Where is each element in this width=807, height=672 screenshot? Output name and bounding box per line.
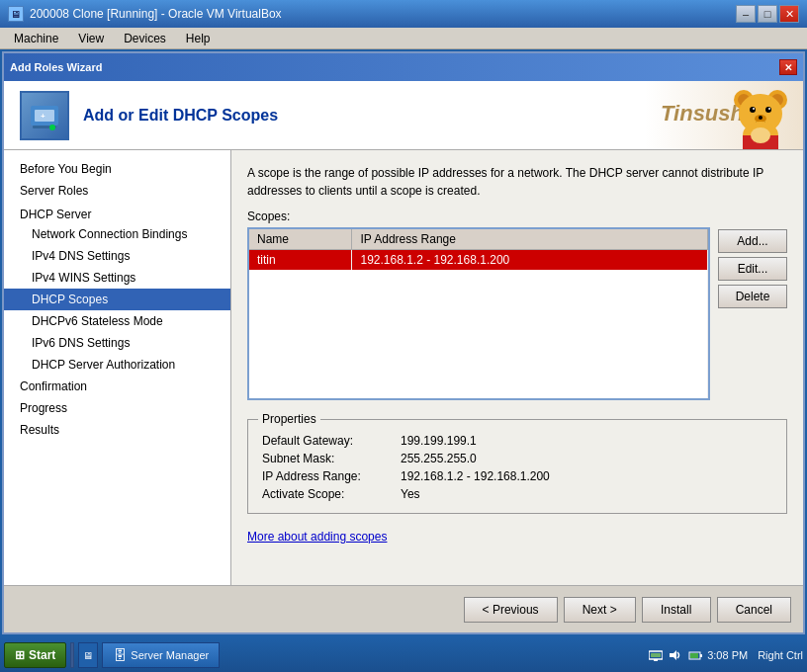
nav-dhcp-server-authorization[interactable]: DHCP Server Authorization: [4, 354, 230, 376]
title-bar: 🖥 200008 Clone [Running] - Oracle VM Vir…: [0, 0, 807, 28]
battery-icon: [687, 647, 703, 663]
wizard-header-icon: +: [20, 91, 69, 140]
server-manager-icon: 🗄: [113, 647, 127, 663]
maximize-button[interactable]: □: [758, 5, 777, 23]
activate-scope-label: Activate Scope:: [258, 485, 397, 503]
network-icon: [648, 647, 664, 663]
content-description: A scope is the range of possible IP addr…: [247, 164, 787, 200]
nav-dhcpv6-stateless-mode[interactable]: DHCPv6 Stateless Mode: [4, 310, 230, 332]
wizard-footer: < Previous Next > Install Cancel: [4, 585, 803, 632]
menu-bar: Machine View Devices Help: [0, 28, 807, 49]
wizard-title-bar: Add Roles Wizard ✕: [4, 53, 803, 81]
scopes-table-wrap: Name IP Address Range titin 192.168.1.2 …: [247, 227, 710, 400]
nav-dhcp-scopes[interactable]: DHCP Scopes: [4, 289, 230, 310]
menu-help[interactable]: Help: [176, 30, 221, 47]
svg-rect-22: [654, 659, 658, 661]
prop-row-activate: Activate Scope: Yes: [258, 485, 776, 503]
bear-decoration: [645, 81, 803, 150]
svg-marker-23: [670, 650, 676, 660]
volume-icon: [668, 647, 683, 663]
wizard-content: A scope is the range of possible IP addr…: [231, 150, 803, 585]
default-gateway-label: Default Gateway:: [258, 432, 397, 450]
svg-point-11: [765, 107, 771, 113]
svg-point-10: [750, 107, 756, 113]
svg-rect-26: [690, 653, 698, 658]
svg-text:+: +: [41, 112, 45, 121]
scope-name: titin: [249, 250, 352, 271]
ip-range-value: 192.168.1.2 - 192.168.1.200: [397, 467, 776, 485]
scopes-label: Scopes:: [247, 210, 787, 223]
start-label: Start: [29, 648, 55, 662]
svg-rect-25: [700, 654, 702, 657]
wizard-close-button[interactable]: ✕: [779, 59, 797, 75]
window-title: 200008 Clone [Running] - Oracle VM Virtu…: [30, 7, 282, 21]
table-empty-row: [249, 270, 708, 398]
edit-button[interactable]: Edit...: [718, 257, 787, 281]
svg-point-15: [759, 116, 762, 120]
subnet-mask-label: Subnet Mask:: [258, 450, 397, 467]
nav-results[interactable]: Results: [4, 419, 230, 441]
taskbar: ⊞ Start 🖥 🗄 Server Manager: [0, 638, 807, 672]
wizard-header: + Add or Edit DHCP Scopes Tinsush: [4, 81, 803, 150]
properties-legend: Properties: [258, 412, 320, 426]
wizard-nav: Before You Begin Server Roles DHCP Serve…: [4, 150, 231, 585]
table-row[interactable]: titin 192.168.1.2 - 192.168.1.200: [249, 250, 708, 271]
scopes-container: Name IP Address Range titin 192.168.1.2 …: [247, 227, 787, 400]
default-gateway-value: 199.199.199.1: [397, 432, 776, 450]
svg-point-13: [768, 108, 770, 110]
taskbar-window-server-manager[interactable]: 🗄 Server Manager: [102, 642, 220, 668]
menu-devices[interactable]: Devices: [114, 30, 176, 47]
activate-scope-value: Yes: [397, 485, 776, 503]
properties-table: Default Gateway: 199.199.199.1 Subnet Ma…: [258, 432, 776, 503]
server-manager-label: Server Manager: [131, 649, 209, 661]
prop-row-ip-range: IP Address Range: 192.168.1.2 - 192.168.…: [258, 467, 776, 485]
svg-point-3: [49, 125, 55, 130]
wizard-body: Before You Begin Server Roles DHCP Serve…: [4, 150, 803, 585]
side-buttons: Add... Edit... Delete: [718, 227, 787, 400]
nav-before-you-begin[interactable]: Before You Begin: [4, 158, 230, 180]
minimize-button[interactable]: –: [736, 5, 756, 23]
scopes-table: Name IP Address Range titin 192.168.1.2 …: [249, 229, 708, 398]
ip-range-label: IP Address Range:: [258, 467, 397, 485]
app-icon: 🖥: [8, 6, 24, 22]
close-button[interactable]: ✕: [779, 5, 799, 23]
start-button[interactable]: ⊞ Start: [4, 642, 66, 668]
more-link[interactable]: More about adding scopes: [247, 530, 787, 544]
col-header-name: Name: [249, 229, 352, 250]
properties-group: Properties Default Gateway: 199.199.199.…: [247, 412, 787, 514]
right-ctrl-label: Right Ctrl: [758, 649, 803, 661]
wizard-title: Add Roles Wizard: [10, 61, 102, 73]
nav-network-connection-bindings[interactable]: Network Connection Bindings: [4, 223, 230, 245]
menu-view[interactable]: View: [68, 30, 114, 47]
next-button[interactable]: Next >: [564, 597, 636, 623]
nav-ipv6-dns-settings[interactable]: IPv6 DNS Settings: [4, 332, 230, 354]
start-icon: ⊞: [15, 648, 25, 662]
prop-row-subnet: Subnet Mask: 255.255.255.0: [258, 450, 776, 467]
previous-button[interactable]: < Previous: [464, 597, 558, 623]
wizard-header-title: Add or Edit DHCP Scopes: [83, 107, 278, 125]
nav-ipv4-wins-settings[interactable]: IPv4 WINS Settings: [4, 267, 230, 289]
col-header-ip-range: IP Address Range: [352, 229, 708, 250]
svg-rect-21: [651, 653, 661, 657]
taskbar-small-icon: 🖥: [83, 650, 93, 661]
taskbar-time: 3:08 PM: [707, 649, 748, 661]
svg-point-12: [753, 108, 755, 110]
nav-confirmation[interactable]: Confirmation: [4, 376, 230, 397]
prop-row-gateway: Default Gateway: 199.199.199.1: [258, 432, 776, 450]
nav-progress[interactable]: Progress: [4, 397, 230, 419]
taskbar-right: 3:08 PM Right Ctrl: [648, 647, 803, 663]
install-button[interactable]: Install: [642, 597, 711, 623]
nav-server-roles[interactable]: Server Roles: [4, 180, 230, 202]
main-window: Add Roles Wizard ✕ + Add or Edit DHCP Sc…: [2, 51, 805, 634]
scope-ip-range: 192.168.1.2 - 192.168.1.200: [352, 250, 708, 271]
menu-machine[interactable]: Machine: [4, 30, 68, 47]
add-button[interactable]: Add...: [718, 229, 787, 253]
cancel-button[interactable]: Cancel: [717, 597, 791, 623]
nav-dhcp-server[interactable]: DHCP Server: [4, 202, 230, 223]
nav-ipv4-dns-settings[interactable]: IPv4 DNS Settings: [4, 245, 230, 267]
svg-point-19: [751, 127, 770, 143]
delete-button[interactable]: Delete: [718, 285, 787, 308]
subnet-mask-value: 255.255.255.0: [397, 450, 776, 467]
